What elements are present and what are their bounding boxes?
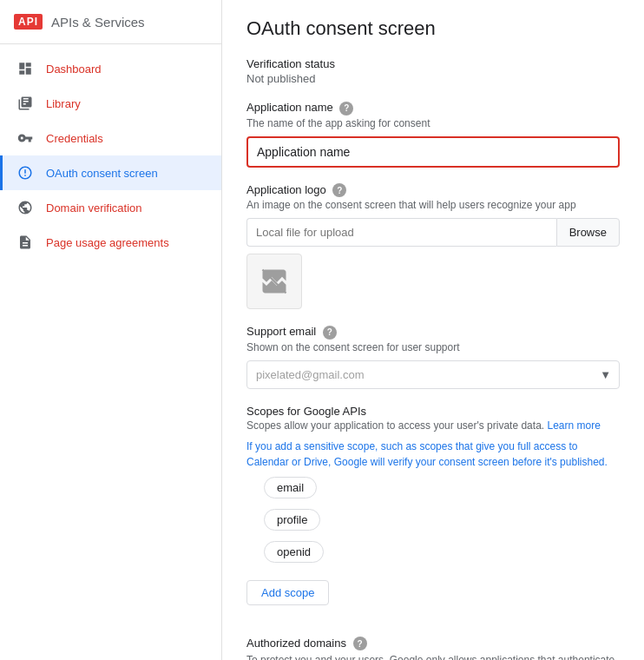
scopes-warning: If you add a sensitive scope, such as sc…	[246, 439, 620, 470]
scope-item-openid: openid	[264, 541, 324, 563]
sidebar: API APIs & Services Dashboard Library Cr…	[0, 0, 222, 660]
email-dropdown-row: pixelated@gmail.com ▼	[246, 360, 620, 389]
support-email-label: Support email ?	[246, 325, 620, 340]
scopes-learn-more-link[interactable]: Learn more	[547, 419, 600, 432]
dashboard-icon	[16, 60, 34, 77]
dashboard-label: Dashboard	[46, 63, 102, 76]
scope-item-profile: profile	[264, 509, 320, 531]
library-icon	[16, 95, 34, 112]
authorized-domains-label: Authorized domains ?	[246, 637, 620, 651]
verification-status-section: Verification status Not published	[246, 57, 620, 85]
verification-status-value: Not published	[246, 72, 620, 85]
api-badge: API	[14, 14, 43, 30]
sidebar-item-domain[interactable]: Domain verification	[0, 190, 221, 225]
authorized-domains-section: Authorized domains ? To protect you and …	[246, 637, 620, 660]
file-upload-row: Browse	[246, 218, 620, 247]
sidebar-item-dashboard[interactable]: Dashboard	[0, 51, 221, 86]
scopes-list: email profile openid	[246, 477, 620, 570]
image-placeholder	[246, 254, 302, 309]
page-usage-label: Page usage agreements	[46, 236, 169, 249]
page-icon	[16, 234, 34, 251]
sidebar-item-credentials[interactable]: Credentials	[0, 121, 221, 155]
app-name-sublabel: The name of the app asking for consent	[246, 117, 620, 129]
authorized-domains-help-icon: ?	[353, 637, 367, 650]
verification-status-label: Verification status	[246, 57, 620, 70]
sidebar-title: APIs & Services	[51, 15, 145, 30]
domain-label: Domain verification	[46, 201, 142, 214]
authorized-domains-description: To protect you and your users, Google on…	[246, 652, 620, 660]
support-email-sublabel: Shown on the consent screen for user sup…	[246, 341, 620, 353]
domain-icon	[16, 199, 34, 216]
support-email-section: Support email ? Shown on the consent scr…	[246, 325, 620, 389]
app-logo-label: Application logo ?	[246, 183, 620, 198]
app-name-section: Application name ? The name of the app a…	[246, 101, 620, 168]
scopes-description: Scopes allow your application to access …	[246, 419, 620, 432]
app-name-input[interactable]	[246, 136, 620, 168]
credentials-label: Credentials	[46, 132, 103, 145]
app-logo-section: Application logo ? An image on the conse…	[246, 183, 620, 310]
credentials-icon	[16, 129, 34, 147]
app-name-help-icon: ?	[339, 102, 353, 116]
scopes-label: Scopes for Google APIs	[246, 405, 620, 418]
sidebar-header: API APIs & Services	[0, 0, 221, 44]
app-logo-help-icon: ?	[332, 183, 346, 197]
add-scope-button[interactable]: Add scope	[246, 580, 329, 605]
scope-item-email: email	[264, 477, 317, 498]
sidebar-item-page-usage[interactable]: Page usage agreements	[0, 225, 221, 260]
file-input[interactable]	[246, 218, 556, 247]
support-email-select[interactable]: pixelated@gmail.com	[246, 360, 620, 389]
sidebar-nav: Dashboard Library Credentials OAuth cons…	[0, 51, 221, 260]
sidebar-item-library[interactable]: Library	[0, 86, 221, 121]
scopes-section: Scopes for Google APIs Scopes allow your…	[246, 405, 620, 621]
sidebar-item-oauth[interactable]: OAuth consent screen	[0, 155, 221, 190]
oauth-label: OAuth consent screen	[46, 167, 158, 180]
support-email-help-icon: ?	[323, 326, 337, 340]
app-name-label: Application name ?	[246, 101, 620, 116]
main-content: OAuth consent screen Verification status…	[222, 0, 644, 660]
app-logo-sublabel: An image on the consent screen that will…	[246, 199, 620, 211]
page-title: OAuth consent screen	[246, 17, 620, 40]
browse-button[interactable]: Browse	[556, 218, 620, 247]
library-label: Library	[46, 97, 81, 110]
oauth-icon	[16, 164, 34, 182]
